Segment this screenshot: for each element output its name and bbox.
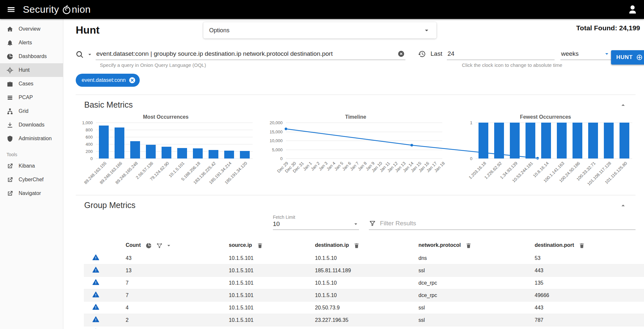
warning-triangle-icon[interactable] xyxy=(92,291,99,298)
sidebar-item-label: Downloads xyxy=(19,122,44,128)
query-input[interactable] xyxy=(96,50,398,57)
bar[interactable] xyxy=(193,148,203,158)
pie-chart-icon[interactable] xyxy=(146,243,152,249)
bar[interactable] xyxy=(130,141,140,158)
table-row: 210.1.5.10123.227.196.35ssl787 xyxy=(84,314,644,326)
menu-icon[interactable] xyxy=(7,5,16,14)
bar[interactable] xyxy=(146,145,156,158)
app-logo: Securitynion xyxy=(23,4,91,15)
sidebar-item-alerts[interactable]: Alerts xyxy=(0,36,63,50)
table-header-count[interactable]: Count xyxy=(126,239,229,252)
cell-count: 7 xyxy=(126,289,229,302)
chart-type-icon[interactable] xyxy=(156,243,163,249)
chart-plot-area: 01 xyxy=(476,123,632,158)
options-dropdown[interactable]: Options xyxy=(203,22,436,38)
chevron-down-icon xyxy=(423,26,431,34)
x-axis-labels: 1.203.16.181.226.62.921.34.93.13910.53.2… xyxy=(476,158,632,187)
y-axis-tick-label: 0 xyxy=(280,156,286,161)
bar[interactable] xyxy=(510,123,520,158)
bar[interactable] xyxy=(541,123,551,158)
bar[interactable] xyxy=(526,123,535,158)
chevron-down-icon[interactable] xyxy=(165,242,172,249)
sidebar-item-pcap[interactable]: PCAP xyxy=(0,91,63,104)
x-axis-tick-label: Jan 3 xyxy=(318,161,328,172)
bar[interactable] xyxy=(240,151,250,158)
query-history-chevron-icon[interactable] xyxy=(86,51,93,58)
bar[interactable] xyxy=(479,123,488,158)
warning-triangle-icon[interactable] xyxy=(92,254,99,261)
bar[interactable] xyxy=(162,147,171,158)
sidebar-item-grid[interactable]: Grid xyxy=(0,104,63,118)
cell-network-protocol: dce_rpc xyxy=(418,277,535,289)
column-label: source.ip xyxy=(229,242,252,248)
sidebar-tools-label: Tools xyxy=(0,145,63,159)
cell-destination-port: 787 xyxy=(535,314,644,326)
bar[interactable] xyxy=(177,148,187,158)
bar[interactable] xyxy=(209,150,218,158)
total-found: Total Found: 24,199 xyxy=(576,22,640,32)
fetch-limit-select[interactable]: Fetch Limit 10 xyxy=(273,215,359,230)
trash-icon[interactable] xyxy=(257,243,263,249)
sidebar-item-navigator[interactable]: Navigator xyxy=(0,187,63,200)
trash-icon[interactable] xyxy=(465,243,472,249)
sidebar-item-downloads[interactable]: Downloads xyxy=(0,118,63,132)
data-point[interactable] xyxy=(410,144,413,146)
external-icon xyxy=(7,176,13,183)
hunt-button[interactable]: HUNT xyxy=(611,50,644,65)
table-header-network-protocol[interactable]: network.protocol xyxy=(418,239,535,252)
total-found-value: 24,199 xyxy=(619,24,640,32)
bar[interactable] xyxy=(588,123,598,158)
query-hint: Specify a query in Onion Query Language … xyxy=(100,62,405,68)
sidebar-item-label: Cases xyxy=(19,81,33,87)
cell-source-ip: 10.1.5.101 xyxy=(229,252,315,264)
warning-triangle-icon[interactable] xyxy=(92,279,99,286)
bar[interactable] xyxy=(620,123,629,158)
bar[interactable] xyxy=(494,123,504,158)
warning-triangle-icon[interactable] xyxy=(92,304,99,310)
sidebar-item-overview[interactable]: Overview xyxy=(0,22,63,36)
trash-icon[interactable] xyxy=(579,243,585,249)
row-actions-cell xyxy=(84,264,126,277)
chip-close-icon[interactable] xyxy=(129,77,136,84)
page-header: Hunt Options Total Found: 24,199 xyxy=(76,22,640,38)
search-icon xyxy=(76,51,84,59)
bar[interactable] xyxy=(99,126,109,158)
bar[interactable] xyxy=(557,123,567,158)
table-row: 1310.1.5.101185.81.114.189ssl443 xyxy=(84,264,644,277)
fetch-limit-label: Fetch Limit xyxy=(273,215,359,220)
warning-triangle-icon[interactable] xyxy=(92,316,99,323)
relative-time-icon[interactable] xyxy=(418,50,426,60)
sidebar-item-cyberchef[interactable]: CyberChef xyxy=(0,173,63,187)
sidebar-item-label: Grid xyxy=(19,108,28,114)
sidebar-item-dashboards[interactable]: Dashboards xyxy=(0,50,63,63)
row-actions-cell xyxy=(84,314,126,326)
filter-chip[interactable]: event.dataset:conn xyxy=(76,74,140,87)
duration-unit-select[interactable]: weeks xyxy=(560,49,611,60)
sidebar-item-administration[interactable]: Administration xyxy=(0,132,63,145)
duration-input[interactable] xyxy=(448,50,554,57)
table-header-source-ip[interactable]: source.ip xyxy=(229,239,315,252)
trash-icon[interactable] xyxy=(353,243,360,249)
table-header-destination-ip[interactable]: destination.ip xyxy=(315,239,418,252)
sidebar-item-cases[interactable]: Cases xyxy=(0,77,63,91)
bar[interactable] xyxy=(115,127,124,158)
data-point[interactable] xyxy=(285,127,287,130)
bar[interactable] xyxy=(224,151,234,158)
sidebar-item-hunt[interactable]: Hunt xyxy=(0,63,63,77)
bar[interactable] xyxy=(573,123,582,158)
collapse-group-metrics-icon[interactable] xyxy=(619,202,627,209)
table-header-actions xyxy=(84,239,126,252)
collapse-basic-metrics-icon[interactable] xyxy=(619,101,627,109)
user-account-icon[interactable] xyxy=(628,5,637,14)
x-axis-tick-label: Jan 2 xyxy=(310,161,321,172)
main-content: Hunt Options Total Found: 24,199 xyxy=(63,19,644,329)
warning-triangle-icon[interactable] xyxy=(92,266,99,273)
sidebar-item-kibana[interactable]: Kibana xyxy=(0,159,63,173)
clear-query-icon[interactable] xyxy=(398,50,405,57)
group-metrics-controls: Fetch Limit 10 xyxy=(273,215,636,230)
filter-results-input[interactable] xyxy=(380,220,636,227)
table-header-destination-port[interactable]: destination.port xyxy=(535,239,644,252)
chart-most-occurrences: Most Occurrences02004006008001,00089.248… xyxy=(76,114,256,187)
options-label: Options xyxy=(209,27,229,34)
bar[interactable] xyxy=(604,123,614,158)
